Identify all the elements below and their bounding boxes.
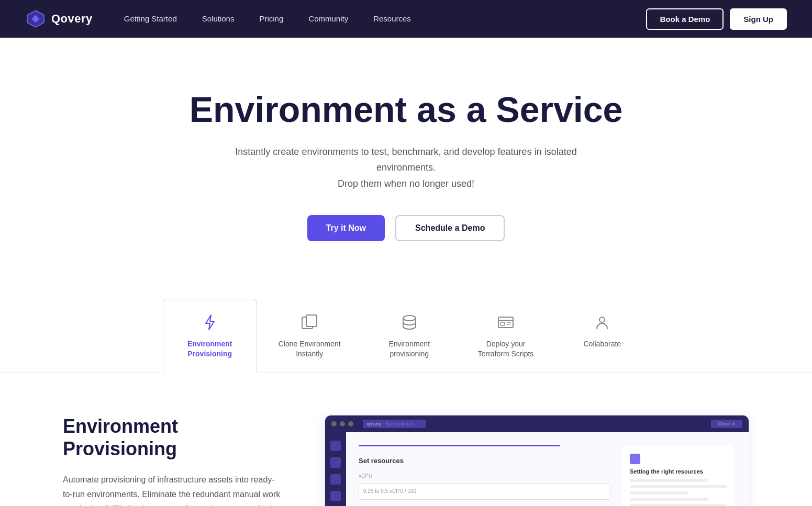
tab-collaborate[interactable]: Collaborate [555,299,649,373]
clone-icon [299,312,320,333]
mock-progress-bar [359,445,560,446]
tab-collaborate-label: Collaborate [584,339,621,350]
svg-rect-3 [306,315,317,327]
mock-vcpu-field: 0.25 to 0.5 vCPU / 100 [359,483,610,500]
database-icon [399,312,420,333]
tab-env-provisioning[interactable]: EnvironmentProvisioning [163,299,257,373]
lightning-icon [199,312,220,333]
panel-icon [630,454,640,464]
logo[interactable]: Qovery [25,8,93,29]
navigation: Qovery Getting Started Solutions Pricing… [0,0,812,38]
tab-clone-env-label: Clone EnvironmentInstantly [279,339,341,359]
mock-sidebar [325,432,346,506]
tab-clone-env[interactable]: Clone EnvironmentInstantly [257,299,362,373]
nav-community[interactable]: Community [308,14,348,23]
hero-subtitle: Instantly create environments to test, b… [228,144,584,192]
panel-line-4 [630,498,708,501]
browser-content: Set resources vCPU 0.25 to 0.5 vCPU / 10… [325,432,749,506]
hero-section: Environment as a Service Instantly creat… [0,38,812,278]
hero-subtitle-line2: Drop them when no longer used! [338,178,474,189]
svg-rect-7 [500,322,505,325]
panel-line-2 [630,485,727,488]
try-it-now-button[interactable]: Try it Now [307,215,385,241]
nav-pricing[interactable]: Pricing [259,14,283,23]
sidebar-dot-4 [330,491,341,501]
tab-deploy-terraform[interactable]: Deploy yourTerraform Scripts [457,299,555,373]
panel-line-1 [630,479,708,482]
tab-env-prov2[interactable]: Environmentprovisioning [362,299,457,373]
browser-bar: qovery Set resources Close ✕ [325,415,749,432]
browser-dot-2 [340,421,345,426]
nav-resources[interactable]: Resources [373,14,411,23]
mock-form-area: Set resources vCPU 0.25 to 0.5 vCPU / 10… [359,445,610,506]
schedule-demo-button[interactable]: Schedule a Demo [395,215,505,241]
panel-title: Setting the right resources [630,468,727,475]
collaborate-icon [592,312,613,333]
svg-point-1 [34,17,37,20]
browser-dot-3 [348,421,353,426]
mock-panel: Setting the right resources How to confi… [621,445,736,506]
svg-point-10 [599,317,605,322]
panel-line-3 [630,491,688,494]
browser-dot-1 [331,421,337,426]
svg-point-4 [403,316,416,321]
mock-browser: qovery Set resources Close ✕ [325,415,749,506]
nav-links: Getting Started Solutions Pricing Commun… [124,14,647,24]
content-title: Environment Provisioning [63,415,283,460]
nav-getting-started[interactable]: Getting Started [124,14,177,23]
hero-buttons: Try it Now Schedule a Demo [25,215,787,241]
hero-subtitle-line1: Instantly create environments to test, b… [235,147,576,173]
brand-name: Qovery [51,12,93,26]
book-demo-button[interactable]: Book a Demo [646,8,724,30]
sidebar-dot-3 [330,474,341,485]
content-description: Automate provisioning of infrastructure … [63,473,283,506]
sidebar-dot-1 [330,441,341,451]
content-left: Environment Provisioning Automate provis… [63,415,283,506]
panel-line-5 [630,504,727,506]
content-section: Environment Provisioning Automate provis… [0,373,812,506]
feature-tabs: EnvironmentProvisioning Clone Environmen… [0,278,812,373]
sidebar-dot-2 [330,457,341,468]
tab-env-prov2-label: Environmentprovisioning [388,339,430,359]
tab-env-provisioning-label: EnvironmentProvisioning [187,339,232,359]
nav-actions: Book a Demo Sign Up [646,8,787,30]
hero-title: Environment as a Service [25,90,787,129]
mock-form-title: Set resources [359,457,610,465]
mock-main: Set resources vCPU 0.25 to 0.5 vCPU / 10… [346,432,749,506]
deploy-icon [495,312,516,333]
vcpu-value: 0.25 to 0.5 vCPU / 100 [363,488,416,494]
sign-up-button[interactable]: Sign Up [730,8,787,30]
tab-deploy-terraform-label: Deploy yourTerraform Scripts [478,339,534,359]
nav-solutions[interactable]: Solutions [202,14,235,23]
content-screenshot: qovery Set resources Close ✕ [325,415,749,506]
